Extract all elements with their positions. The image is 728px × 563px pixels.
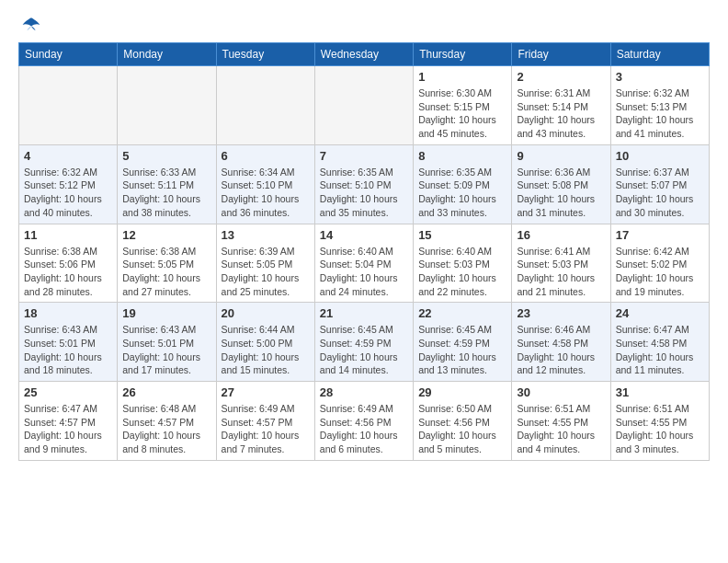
calendar-day: 20Sunrise: 6:44 AM Sunset: 5:00 PM Dayli… xyxy=(216,303,314,382)
column-header-wednesday: Wednesday xyxy=(314,43,413,66)
day-info: Sunrise: 6:51 AM Sunset: 4:55 PM Dayligh… xyxy=(517,402,605,456)
day-info: Sunrise: 6:44 AM Sunset: 5:00 PM Dayligh… xyxy=(222,323,310,377)
day-number: 27 xyxy=(222,385,310,399)
day-number: 5 xyxy=(122,149,210,163)
column-header-friday: Friday xyxy=(512,43,610,66)
calendar-day: 5Sunrise: 6:33 AM Sunset: 5:11 PM Daylig… xyxy=(118,144,216,224)
calendar-day: 15Sunrise: 6:40 AM Sunset: 5:03 PM Dayli… xyxy=(414,224,512,303)
day-info: Sunrise: 6:32 AM Sunset: 5:13 PM Dayligh… xyxy=(616,86,704,141)
calendar-day xyxy=(216,66,314,145)
calendar-day: 12Sunrise: 6:38 AM Sunset: 5:05 PM Dayli… xyxy=(118,224,216,303)
calendar-day: 24Sunrise: 6:47 AM Sunset: 4:58 PM Dayli… xyxy=(610,303,709,382)
day-info: Sunrise: 6:40 AM Sunset: 5:04 PM Dayligh… xyxy=(320,245,408,299)
calendar-day: 29Sunrise: 6:50 AM Sunset: 4:56 PM Dayli… xyxy=(414,382,512,461)
day-info: Sunrise: 6:31 AM Sunset: 5:14 PM Dayligh… xyxy=(517,86,605,141)
calendar-day: 22Sunrise: 6:45 AM Sunset: 4:59 PM Dayli… xyxy=(414,303,512,382)
calendar-week-row: 25Sunrise: 6:47 AM Sunset: 4:57 PM Dayli… xyxy=(19,382,710,461)
calendar-day: 14Sunrise: 6:40 AM Sunset: 5:04 PM Dayli… xyxy=(314,224,413,303)
calendar-day: 25Sunrise: 6:47 AM Sunset: 4:57 PM Dayli… xyxy=(19,382,118,461)
day-number: 24 xyxy=(616,306,704,320)
calendar-day: 31Sunrise: 6:51 AM Sunset: 4:55 PM Dayli… xyxy=(610,382,709,461)
calendar-day: 23Sunrise: 6:46 AM Sunset: 4:58 PM Dayli… xyxy=(512,303,610,382)
calendar-day: 21Sunrise: 6:45 AM Sunset: 4:59 PM Dayli… xyxy=(314,303,413,382)
calendar-day: 26Sunrise: 6:48 AM Sunset: 4:57 PM Dayli… xyxy=(118,382,216,461)
day-info: Sunrise: 6:42 AM Sunset: 5:02 PM Dayligh… xyxy=(616,245,704,299)
calendar-week-row: 18Sunrise: 6:43 AM Sunset: 5:01 PM Dayli… xyxy=(19,303,710,382)
day-number: 20 xyxy=(222,306,310,320)
day-info: Sunrise: 6:47 AM Sunset: 4:58 PM Dayligh… xyxy=(616,323,704,377)
calendar-day: 8Sunrise: 6:35 AM Sunset: 5:09 PM Daylig… xyxy=(414,144,512,224)
day-number: 10 xyxy=(616,149,704,163)
day-number: 4 xyxy=(24,149,112,163)
calendar-week-row: 1Sunrise: 6:30 AM Sunset: 5:15 PM Daylig… xyxy=(19,66,710,145)
day-number: 23 xyxy=(517,306,605,320)
day-info: Sunrise: 6:41 AM Sunset: 5:03 PM Dayligh… xyxy=(517,245,605,299)
day-info: Sunrise: 6:40 AM Sunset: 5:03 PM Dayligh… xyxy=(418,245,506,299)
day-number: 26 xyxy=(122,385,210,399)
day-info: Sunrise: 6:49 AM Sunset: 4:56 PM Dayligh… xyxy=(320,402,408,456)
logo xyxy=(18,15,48,35)
calendar-day: 4Sunrise: 6:32 AM Sunset: 5:12 PM Daylig… xyxy=(19,144,118,224)
day-info: Sunrise: 6:49 AM Sunset: 4:57 PM Dayligh… xyxy=(222,402,310,456)
day-info: Sunrise: 6:45 AM Sunset: 4:59 PM Dayligh… xyxy=(320,323,408,377)
day-number: 13 xyxy=(222,228,310,242)
calendar-day: 18Sunrise: 6:43 AM Sunset: 5:01 PM Dayli… xyxy=(19,303,118,382)
calendar-week-row: 11Sunrise: 6:38 AM Sunset: 5:06 PM Dayli… xyxy=(19,224,710,303)
day-info: Sunrise: 6:45 AM Sunset: 4:59 PM Dayligh… xyxy=(418,323,506,377)
day-number: 7 xyxy=(320,149,408,163)
day-number: 18 xyxy=(24,306,112,320)
day-info: Sunrise: 6:33 AM Sunset: 5:11 PM Dayligh… xyxy=(122,166,210,220)
day-number: 28 xyxy=(320,385,408,399)
day-info: Sunrise: 6:47 AM Sunset: 4:57 PM Dayligh… xyxy=(24,402,112,456)
day-number: 25 xyxy=(24,385,112,399)
calendar-day: 10Sunrise: 6:37 AM Sunset: 5:07 PM Dayli… xyxy=(610,144,709,224)
day-number: 30 xyxy=(517,385,605,399)
day-number: 29 xyxy=(418,385,506,399)
column-header-thursday: Thursday xyxy=(414,43,512,66)
calendar-day: 19Sunrise: 6:43 AM Sunset: 5:01 PM Dayli… xyxy=(118,303,216,382)
calendar-day: 3Sunrise: 6:32 AM Sunset: 5:13 PM Daylig… xyxy=(610,66,709,145)
calendar-day xyxy=(118,66,216,145)
column-header-tuesday: Tuesday xyxy=(216,43,314,66)
day-info: Sunrise: 6:35 AM Sunset: 5:10 PM Dayligh… xyxy=(320,166,408,220)
calendar-day xyxy=(19,66,118,145)
calendar-day: 13Sunrise: 6:39 AM Sunset: 5:05 PM Dayli… xyxy=(216,224,314,303)
day-info: Sunrise: 6:48 AM Sunset: 4:57 PM Dayligh… xyxy=(122,402,210,456)
day-info: Sunrise: 6:30 AM Sunset: 5:15 PM Dayligh… xyxy=(418,86,506,141)
day-info: Sunrise: 6:34 AM Sunset: 5:10 PM Dayligh… xyxy=(222,166,310,220)
day-info: Sunrise: 6:36 AM Sunset: 5:08 PM Dayligh… xyxy=(517,166,605,220)
day-number: 21 xyxy=(320,306,408,320)
day-number: 22 xyxy=(418,306,506,320)
column-header-saturday: Saturday xyxy=(610,43,709,66)
day-number: 8 xyxy=(418,149,506,163)
day-info: Sunrise: 6:38 AM Sunset: 5:05 PM Dayligh… xyxy=(122,245,210,299)
day-info: Sunrise: 6:51 AM Sunset: 4:55 PM Dayligh… xyxy=(616,402,704,456)
column-header-monday: Monday xyxy=(118,43,216,66)
column-header-sunday: Sunday xyxy=(19,43,118,66)
calendar-table: SundayMondayTuesdayWednesdayThursdayFrid… xyxy=(18,42,710,461)
calendar-header-row: SundayMondayTuesdayWednesdayThursdayFrid… xyxy=(19,43,710,66)
calendar-day: 11Sunrise: 6:38 AM Sunset: 5:06 PM Dayli… xyxy=(19,224,118,303)
day-info: Sunrise: 6:39 AM Sunset: 5:05 PM Dayligh… xyxy=(222,245,310,299)
day-info: Sunrise: 6:43 AM Sunset: 5:01 PM Dayligh… xyxy=(122,323,210,377)
day-number: 11 xyxy=(24,228,112,242)
calendar-day: 17Sunrise: 6:42 AM Sunset: 5:02 PM Dayli… xyxy=(610,224,709,303)
day-number: 14 xyxy=(320,228,408,242)
calendar-day: 28Sunrise: 6:49 AM Sunset: 4:56 PM Dayli… xyxy=(314,382,413,461)
calendar-day: 16Sunrise: 6:41 AM Sunset: 5:03 PM Dayli… xyxy=(512,224,610,303)
day-number: 15 xyxy=(418,228,506,242)
day-number: 9 xyxy=(517,149,605,163)
day-number: 17 xyxy=(616,228,704,242)
calendar-week-row: 4Sunrise: 6:32 AM Sunset: 5:12 PM Daylig… xyxy=(19,144,710,224)
calendar-day xyxy=(314,66,413,145)
logo-bird-icon xyxy=(18,15,44,35)
day-number: 2 xyxy=(517,70,605,84)
day-info: Sunrise: 6:37 AM Sunset: 5:07 PM Dayligh… xyxy=(616,166,704,220)
calendar-day: 6Sunrise: 6:34 AM Sunset: 5:10 PM Daylig… xyxy=(216,144,314,224)
calendar-day: 27Sunrise: 6:49 AM Sunset: 4:57 PM Dayli… xyxy=(216,382,314,461)
day-number: 6 xyxy=(222,149,310,163)
day-number: 31 xyxy=(616,385,704,399)
day-number: 3 xyxy=(616,70,704,84)
day-info: Sunrise: 6:32 AM Sunset: 5:12 PM Dayligh… xyxy=(24,166,112,220)
calendar-day: 7Sunrise: 6:35 AM Sunset: 5:10 PM Daylig… xyxy=(314,144,413,224)
